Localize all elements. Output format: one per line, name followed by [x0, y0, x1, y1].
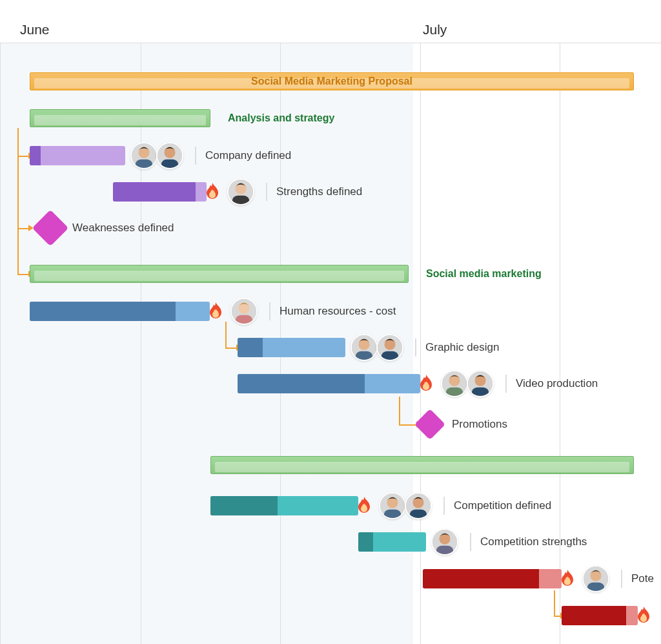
- task-bar[interactable]: Strengths defined: [113, 182, 207, 202]
- avatar[interactable]: [156, 142, 183, 169]
- svg-point-19: [449, 375, 460, 386]
- task-bar[interactable]: [562, 606, 638, 625]
- avatar[interactable]: [467, 370, 494, 397]
- summary-bar[interactable]: Social media marketing: [30, 265, 409, 283]
- avatar[interactable]: [379, 492, 406, 519]
- flame-icon: [558, 569, 577, 588]
- flame-icon: [206, 302, 225, 321]
- task-label: Company defined: [205, 149, 291, 162]
- separator: [415, 338, 416, 357]
- milestone-label: Weaknesses defined: [72, 222, 174, 234]
- gantt-row: Social Media Marketing Proposal: [0, 68, 661, 94]
- gantt-row: Promotions: [0, 411, 661, 437]
- svg-point-13: [358, 339, 369, 350]
- svg-point-22: [474, 375, 485, 386]
- task-bar[interactable]: Company defined: [30, 146, 125, 165]
- gantt-row: Competition strengths: [0, 529, 661, 555]
- gantt-row: [0, 452, 661, 478]
- gantt-row: Pote: [0, 566, 661, 592]
- avatar[interactable]: [582, 565, 609, 592]
- avatar[interactable]: [351, 334, 378, 361]
- svg-rect-8: [232, 196, 250, 204]
- task-bar[interactable]: Pote: [423, 569, 562, 588]
- svg-rect-20: [446, 388, 463, 396]
- task-label: Human resources - cost: [280, 305, 396, 318]
- svg-rect-17: [381, 351, 399, 360]
- flame-icon: [634, 606, 653, 625]
- summary-label: Social Media Marketing Proposal: [30, 76, 633, 87]
- summary-label: Social media marketing: [408, 268, 542, 280]
- flame-icon: [416, 374, 436, 393]
- svg-rect-26: [384, 510, 402, 518]
- task-label-area: Company defined: [125, 142, 291, 169]
- svg-rect-23: [472, 388, 489, 396]
- task-label: Video production: [516, 377, 598, 390]
- avatar[interactable]: [130, 142, 158, 169]
- task-label-area: Competition defined: [358, 492, 551, 519]
- gantt-chart: June July Social Media Marketing Proposa…: [0, 0, 661, 644]
- task-label-area: Human resources - cost: [210, 298, 396, 325]
- gantt-row: Analysis and strategy: [0, 105, 661, 131]
- task-progress: [210, 496, 278, 515]
- svg-point-16: [384, 339, 395, 350]
- svg-rect-35: [587, 583, 605, 591]
- task-progress: [358, 532, 373, 552]
- milestone[interactable]: [414, 409, 445, 440]
- avatar[interactable]: [227, 178, 254, 205]
- task-bar[interactable]: Competition defined: [210, 496, 358, 515]
- gantt-row: Weaknesses defined: [0, 215, 661, 241]
- gantt-row: Competition defined: [0, 493, 661, 519]
- separator: [470, 533, 471, 551]
- avatar[interactable]: [405, 492, 432, 519]
- milestone[interactable]: [32, 210, 69, 247]
- avatar[interactable]: [376, 334, 403, 361]
- task-bar[interactable]: Video production: [238, 374, 420, 393]
- task-progress: [30, 302, 176, 321]
- svg-rect-5: [161, 160, 179, 168]
- svg-point-1: [138, 147, 149, 158]
- task-progress: [423, 569, 539, 588]
- task-progress: [562, 606, 626, 625]
- avatar[interactable]: [441, 370, 468, 397]
- task-label-area: Competition strengths: [426, 528, 587, 556]
- separator: [505, 375, 507, 393]
- task-label-area: Video production: [420, 370, 598, 397]
- avatar[interactable]: [230, 298, 258, 325]
- avatar[interactable]: [431, 528, 458, 556]
- svg-point-28: [412, 497, 423, 508]
- svg-point-7: [235, 183, 246, 194]
- gantt-row: Human resources - cost: [0, 298, 661, 324]
- summary-bar[interactable]: Analysis and strategy: [30, 109, 210, 127]
- task-bar[interactable]: Competition strengths: [358, 532, 426, 552]
- gantt-row: Social media marketing: [0, 261, 661, 287]
- task-progress: [238, 338, 263, 357]
- separator: [195, 147, 196, 165]
- task-progress: [113, 182, 196, 202]
- task-label: Strengths defined: [276, 185, 362, 198]
- task-label: Competition defined: [454, 499, 551, 512]
- task-label: Graphic design: [425, 341, 499, 354]
- svg-rect-2: [136, 160, 153, 168]
- month-label-july: July: [423, 22, 447, 37]
- separator: [443, 497, 445, 515]
- gantt-row: Strengths defined: [0, 179, 661, 205]
- svg-point-34: [590, 570, 601, 581]
- flame-icon: [354, 496, 374, 515]
- timeline-header: June July: [0, 0, 661, 43]
- separator: [266, 183, 267, 201]
- task-bar[interactable]: Human resources - cost: [30, 302, 210, 321]
- task-progress: [30, 146, 41, 165]
- separator: [621, 570, 622, 588]
- summary-label: Analysis and strategy: [210, 112, 334, 124]
- svg-point-25: [387, 497, 398, 508]
- summary-bar[interactable]: Social Media Marketing Proposal: [30, 72, 634, 90]
- milestone-label: Promotions: [452, 418, 507, 431]
- task-bar[interactable]: Graphic design: [238, 338, 345, 357]
- svg-point-31: [439, 534, 450, 545]
- svg-point-4: [164, 147, 175, 158]
- gantt-row: Video production: [0, 371, 661, 397]
- svg-rect-29: [410, 510, 427, 518]
- svg-rect-11: [236, 315, 253, 324]
- summary-bar[interactable]: [210, 456, 634, 474]
- gantt-row: [0, 603, 661, 628]
